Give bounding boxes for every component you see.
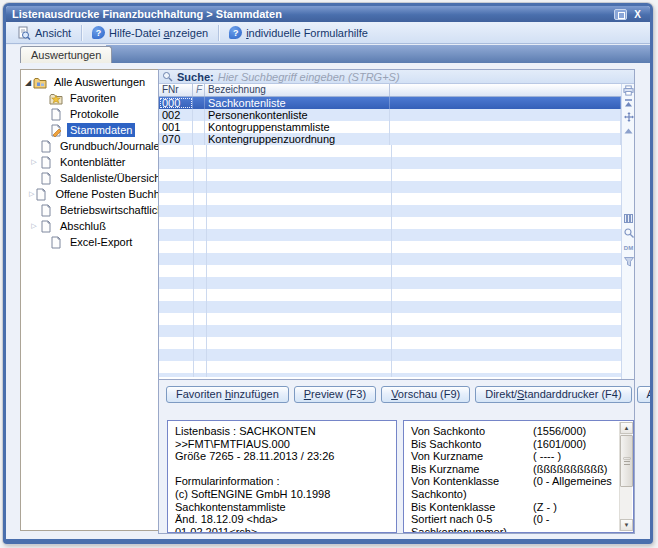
help-file-label: Hilfe-Datei anzeigen (109, 27, 208, 39)
toolbar-separator (81, 25, 82, 41)
list-info-panel: Listenbasis : SACHKONTEN >>FMT\FMTFIAUS.… (167, 420, 397, 533)
printer-icon[interactable] (623, 84, 634, 96)
cell-empty (390, 121, 621, 133)
restore-icon[interactable] (614, 9, 627, 20)
tree-label: Alle Auswertungen (51, 75, 148, 89)
info-line: Formularinformation : (175, 475, 389, 488)
column-header-bezeichnung[interactable]: Bezeichnung (205, 84, 390, 96)
form-help-label: individuelle Formularhilfe (246, 27, 368, 39)
scrollbar-thumb[interactable] (620, 435, 633, 487)
collapse-icon[interactable]: ◢ (23, 78, 33, 87)
column-header-f[interactable]: F (193, 84, 205, 96)
info-value (533, 526, 617, 533)
info-line: (c) SoftENGINE GmbH 10.1998 (175, 488, 389, 501)
cell-bezeichnung: Kontogruppenstammliste (205, 121, 390, 133)
cell-bezeichnung: Kontengruppenzuordnung (205, 133, 390, 145)
column-header-fnr[interactable]: FNr (159, 84, 193, 96)
cell-empty (390, 133, 621, 145)
sidebar-item-saldenliste[interactable]: Saldenliste/Übersicht (21, 170, 158, 186)
table-row[interactable]: 070 Kontengruppenzuordnung (159, 133, 621, 145)
info-value: (1556/000) (533, 425, 617, 438)
grid-line (193, 145, 194, 377)
sidebar-item-stammdaten[interactable]: Stammdaten (21, 122, 158, 138)
preview-icon (17, 26, 31, 40)
dm-icon[interactable]: DM (623, 242, 634, 254)
sidebar-tree: ◢ Alle Auswertungen Favoriten Protokolle… (20, 69, 159, 531)
table-rows: 000 Sachkontenliste 002 Personenkontenli… (159, 97, 621, 379)
expand-icon[interactable]: ▷ (29, 158, 39, 166)
sidebar-item-protokolle[interactable]: Protokolle (21, 106, 158, 122)
column-header-empty[interactable] (390, 84, 621, 96)
sidebar-item-offene-posten[interactable]: ▷ Offene Posten Buchhaltung (21, 186, 158, 202)
scroll-up-icon[interactable]: ▲ (620, 422, 633, 434)
table-row[interactable]: 002 Personenkontenliste (159, 109, 621, 121)
info-value: (0 - Allgemeines (533, 475, 617, 488)
document-icon (34, 188, 48, 201)
tab-auswertungen[interactable]: Auswertungen (20, 46, 112, 63)
info-label: Sortiert nach 0-5 (411, 513, 533, 526)
info-label: Von Kurzname (411, 450, 533, 463)
filter-icon[interactable] (623, 256, 634, 268)
info-line (175, 463, 389, 476)
info-value: ( ---- ) (533, 450, 617, 463)
action-bar: Favoriten hinzufügen Preview (F3) Vorsch… (166, 386, 653, 403)
info-label: Bis Sachkonto (411, 438, 533, 451)
table-row[interactable]: 001 Kontogruppenstammliste (159, 121, 621, 133)
preview-f3-button[interactable]: Preview (F3) (294, 386, 376, 403)
table-header: FNr F Bezeichnung (159, 84, 621, 97)
zoom-icon[interactable] (623, 227, 634, 239)
form-help-button[interactable]: ? individuelle Formularhilfe (222, 23, 375, 42)
close-icon[interactable]: X (631, 9, 644, 20)
tree-label: Favoriten (67, 91, 119, 105)
cell-empty (390, 97, 621, 109)
sidebar-item-abschluss[interactable]: ▷ Abschluß (21, 218, 158, 234)
sidebar-item-grundbuch-journale[interactable]: Grundbuch/Journale (21, 138, 158, 154)
scroll-top-icon[interactable] (623, 98, 634, 110)
sidebar-item-kontenblaetter[interactable]: ▷ Kontenblätter (21, 154, 158, 170)
table-empty-rows (159, 145, 621, 377)
sidebar-item-excel-export[interactable]: Excel-Export (21, 234, 158, 250)
print-report-button[interactable]: Auswertung drucken (637, 386, 653, 403)
info-value: (1601/000) (533, 438, 617, 451)
info-value: (ßßßßßßßßßß) (533, 463, 617, 476)
sidebar-item-betriebswirtschaftliche[interactable]: Betriebswirtschaftliche Auswertungen (21, 202, 158, 218)
window-title: Listenausdrucke Finanzbuchhaltung > Stam… (12, 8, 614, 20)
scroll-up-icon[interactable] (623, 125, 634, 137)
cell-f (193, 109, 205, 121)
table-side-toolbar: DM (621, 84, 634, 379)
sidebar-item-alle-auswertungen[interactable]: ◢ Alle Auswertungen (21, 74, 158, 90)
document-icon (39, 140, 53, 153)
sidebar-item-favoriten[interactable]: Favoriten (21, 90, 158, 106)
ansicht-label: Ansicht (35, 27, 71, 39)
folder-icon (33, 76, 47, 89)
info-line: Listenbasis : SACHKONTEN (175, 425, 389, 438)
tree-label: Stammdaten (67, 123, 135, 137)
search-input[interactable] (218, 71, 631, 83)
columns-icon[interactable] (623, 212, 634, 224)
document-icon (39, 220, 53, 233)
search-label: Suche: (177, 71, 214, 83)
expand-icon[interactable]: ▷ (29, 222, 39, 230)
tabstrip: Auswertungen (6, 45, 650, 63)
cell-fnr: 000 (159, 97, 193, 109)
cell-f (193, 121, 205, 133)
info-label: Bis Kurzname (411, 463, 533, 476)
add-favorites-button[interactable]: Favoriten hinzufügen (166, 386, 289, 403)
info-label: Von Kontenklasse (411, 475, 533, 488)
ansicht-button[interactable]: Ansicht (10, 23, 78, 43)
scroll-down-icon[interactable]: ▼ (620, 519, 633, 531)
help-file-button[interactable]: ? Hilfe-Datei anzeigen (85, 23, 215, 42)
move-icon[interactable] (623, 111, 634, 123)
search-bar: Suche: (159, 70, 634, 84)
scrollbar[interactable]: ▲ ▼ (619, 422, 632, 531)
info-line: >>FMT\FMTFIAUS.000 (175, 438, 389, 451)
tree-label: Saldenliste/Übersicht (57, 171, 159, 185)
direct-printer-f4-button[interactable]: Direkt/Standarddrucker (F4) (475, 386, 631, 403)
vorschau-f9-button[interactable]: Vorschau (F9) (381, 386, 470, 403)
table-row[interactable]: 000 Sachkontenliste (159, 97, 621, 109)
titlebar: Listenausdrucke Finanzbuchhaltung > Stam… (6, 6, 650, 22)
window-controls: X (614, 9, 644, 20)
document-icon (49, 236, 63, 249)
tree-label: Grundbuch/Journale (57, 139, 159, 153)
info-value: (Z - ) (533, 501, 617, 514)
